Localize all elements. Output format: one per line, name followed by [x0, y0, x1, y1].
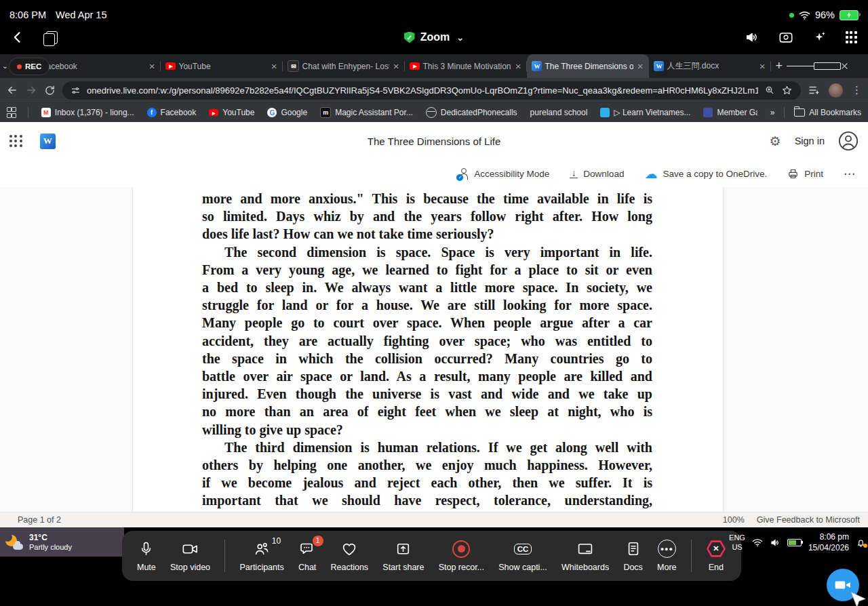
bookmark-items: MInbox (1,376) - liong...fFacebook▶YouTu…	[41, 107, 757, 118]
bookmark-item[interactable]: MInbox (1,376) - liong...	[41, 108, 134, 117]
browser-tab[interactable]: W人生三問.docx×	[649, 54, 771, 78]
folder-icon	[794, 108, 805, 117]
word-app-icon[interactable]: W	[40, 134, 56, 149]
feedback-link[interactable]: Give Feedback to Microsoft	[757, 515, 860, 525]
browser-tab[interactable]: ▶YouTube×	[161, 54, 283, 78]
bookmark-item[interactable]: ▷ Learn Vietnames...	[600, 108, 690, 117]
page-indicator[interactable]: Page 1 of 2	[18, 515, 61, 525]
accessibility-icon: ✓	[458, 168, 469, 180]
active-app-pill[interactable]: ✓ Zoom ⌄	[404, 31, 464, 43]
toolbar-ellipsis-button[interactable]: ⋯	[844, 167, 856, 181]
tab-close-icon[interactable]: ×	[514, 61, 523, 71]
document-canvas[interactable]: more and more anxious." This is because …	[0, 187, 868, 512]
shield-check-icon: ✓	[404, 32, 415, 43]
bookmark-item[interactable]: pureland school	[530, 108, 588, 117]
minimize-button[interactable]	[787, 54, 814, 78]
gmail-favicon: M	[41, 108, 51, 117]
url-field[interactable]: onedrive.live.com/:w:/g/personal/89692e7…	[62, 81, 801, 100]
zoom-control-docs[interactable]: Docs	[623, 540, 642, 572]
bookmark-item[interactable]: ▶YouTube	[209, 108, 254, 117]
weather-widget[interactable]: 31°C Partly cloudy	[0, 527, 124, 557]
tab-close-icon[interactable]: ×	[636, 61, 645, 71]
volume-icon[interactable]	[745, 30, 760, 45]
browser-tab[interactable]: WThe Three Dimensions of L×	[527, 54, 649, 78]
zoom-control-stop-recor[interactable]: Stop recor...	[439, 540, 484, 572]
zoom-control-label: Chat	[298, 563, 316, 572]
browser-tab[interactable]: ▶This 3 Minute Motivational×	[405, 54, 527, 78]
bookmark-apps-icon[interactable]	[7, 107, 15, 118]
zoom-control-more[interactable]: ●●●More	[657, 540, 676, 572]
bookmark-star-icon[interactable]	[781, 85, 793, 96]
word-favicon: W	[532, 61, 542, 71]
toolbar-label: Accessibility Mode	[474, 169, 549, 179]
back-icon[interactable]	[11, 30, 24, 45]
zoom-level[interactable]: 100%	[723, 515, 745, 525]
toolbar-download-button[interactable]: ↓Download	[570, 169, 624, 179]
more-options-icon: ⋯	[844, 167, 856, 181]
zoom-control-stop-video[interactable]: Stop video	[170, 540, 210, 572]
app-switcher-icon[interactable]	[46, 31, 58, 44]
ipad-nav-bar: ✓ Zoom ⌄	[0, 20, 868, 54]
youtube-favicon: ▶	[410, 62, 420, 70]
bookmark-item[interactable]: Member Gateway	[703, 108, 757, 117]
sign-in-button[interactable]: Sign in	[795, 136, 825, 146]
account-avatar-icon[interactable]	[838, 131, 859, 151]
bookmark-item[interactable]: fFacebook	[147, 108, 197, 117]
bookmarks-overflow-icon[interactable]: »	[770, 108, 775, 117]
zoom-control-participants[interactable]: 10Participants	[239, 540, 283, 572]
browser-forward-icon[interactable]	[25, 84, 37, 96]
toolbar-label: Download	[583, 169, 624, 179]
screen-recording-badge[interactable]: REC	[9, 58, 50, 75]
notification-bell-icon[interactable]	[856, 538, 866, 548]
chat-badge: 1	[313, 536, 323, 546]
tray-wifi-icon[interactable]	[752, 538, 763, 547]
maximize-button[interactable]	[814, 54, 841, 78]
browser-tab[interactable]: ✉Chat with Enhypen- Lost | (×	[283, 54, 405, 78]
bookmark-item[interactable]: mMagic Assistant Por...	[320, 107, 413, 118]
divider	[770, 61, 771, 71]
zoom-control-end[interactable]: ✕End	[706, 540, 726, 572]
reload-icon[interactable]	[44, 85, 56, 96]
settings-gear-icon[interactable]: ⚙	[770, 134, 781, 149]
browser-menu-icon[interactable]: ⋮	[852, 84, 862, 96]
tab-close-icon[interactable]: ×	[392, 61, 401, 71]
bookmark-label: Google	[281, 108, 307, 117]
zoom-control-mute[interactable]: Mute	[137, 540, 156, 572]
apps-grid-icon[interactable]	[846, 31, 857, 43]
printer-icon	[787, 168, 799, 180]
sparkles-icon[interactable]	[812, 30, 827, 45]
bookmark-item[interactable]: GGoogle	[267, 108, 307, 117]
tray-volume-icon[interactable]	[770, 538, 781, 548]
toolbar-accessibility-button[interactable]: ✓Accessibility Mode	[458, 168, 549, 180]
all-bookmarks-button[interactable]: All Bookmarks	[794, 108, 861, 117]
tray-battery-icon[interactable]	[787, 539, 802, 546]
zoom-control-label: Participants	[239, 563, 283, 572]
bookmark-item[interactable]: DedicatedPhonecalls	[426, 107, 517, 118]
tray-clock[interactable]: 8:06 pm 15/04/2026	[808, 532, 849, 553]
toolbar-cloud-button[interactable]: ☁Save a copy to OneDrive.	[644, 167, 767, 180]
zoom-control-show-capti[interactable]: CCShow capti...	[498, 540, 547, 572]
recording-label: REC	[25, 62, 41, 70]
office-waffle-icon[interactable]	[9, 135, 22, 148]
site-info-icon[interactable]	[71, 85, 81, 96]
document-text: more and more anxious." This is because …	[202, 190, 652, 510]
tab-close-icon[interactable]: ×	[758, 61, 767, 71]
zoom-control-reactions[interactable]: Reactions	[331, 540, 369, 572]
end-icon: ✕	[706, 540, 726, 558]
side-panel-icon[interactable]	[808, 84, 820, 96]
new-tab-button[interactable]: +	[771, 54, 787, 78]
tab-close-icon[interactable]: ×	[270, 61, 279, 71]
browser-back-icon[interactable]	[6, 84, 18, 96]
camera-flip-icon[interactable]	[778, 30, 794, 45]
zoom-control-whiteboards[interactable]: Whiteboards	[561, 540, 609, 572]
zoom-control-chat[interactable]: 1Chat	[298, 540, 316, 572]
browser-profile-avatar[interactable]	[829, 83, 843, 98]
language-indicator[interactable]: ENG US	[729, 533, 745, 551]
toolbar-printer-button[interactable]: Print	[787, 168, 823, 180]
tab-close-icon[interactable]: ×	[148, 61, 157, 71]
close-window-button[interactable]	[841, 54, 868, 78]
document-line: struggle for land or for a house. We are…	[202, 296, 652, 314]
document-line: no more than an area of eight feet when …	[202, 403, 652, 420]
zoom-control-start-share[interactable]: Start share	[382, 540, 424, 572]
zoom-page-icon[interactable]	[764, 85, 775, 96]
